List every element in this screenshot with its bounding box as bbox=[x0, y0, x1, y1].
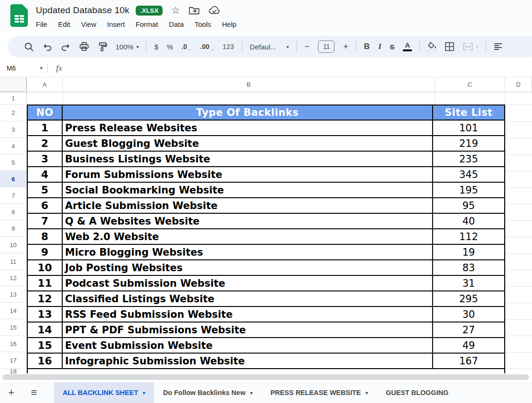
cell-no[interactable]: 14 bbox=[28, 322, 63, 337]
cell-count[interactable]: 345 bbox=[433, 167, 504, 182]
menu-tools[interactable]: Tools bbox=[195, 20, 211, 28]
row-header-2[interactable]: 2 bbox=[0, 105, 27, 121]
chevron-down-icon[interactable]: ▾ bbox=[143, 390, 145, 395]
row-header-14[interactable]: 14 bbox=[0, 303, 27, 319]
sheet-tab-all-backlink-sheet[interactable]: ALL BACKLINK SHEET▾ bbox=[54, 382, 154, 403]
row-header-13[interactable]: 13 bbox=[0, 286, 27, 303]
document-title[interactable]: Updated Database 10k bbox=[36, 5, 129, 16]
row-header-4[interactable]: 4 bbox=[0, 138, 27, 154]
search-icon[interactable] bbox=[24, 42, 34, 52]
column-header-a[interactable]: A bbox=[27, 77, 63, 92]
borders-button[interactable] bbox=[445, 42, 454, 51]
row-header-7[interactable]: 7 bbox=[0, 187, 27, 204]
cell-type[interactable]: Podcast Submission Website bbox=[63, 276, 433, 290]
menu-view[interactable]: View bbox=[81, 20, 96, 28]
cell-type[interactable]: Forum Submissions Website bbox=[63, 167, 433, 182]
cell-count[interactable]: 195 bbox=[433, 183, 504, 197]
move-folder-icon[interactable] bbox=[188, 6, 200, 15]
cell-no[interactable]: 13 bbox=[28, 307, 63, 322]
sheet-tab-guest-blogging[interactable]: GUEST BLOGGING bbox=[377, 382, 458, 403]
menu-data[interactable]: Data bbox=[169, 20, 184, 28]
cell-no[interactable]: 15 bbox=[28, 338, 63, 353]
row-header-12[interactable]: 12 bbox=[0, 270, 27, 286]
cell-no[interactable]: 10 bbox=[28, 260, 63, 275]
font-size-input[interactable]: 11 bbox=[318, 40, 335, 53]
fill-color-button[interactable] bbox=[427, 42, 436, 51]
cell-no[interactable]: 7 bbox=[28, 214, 63, 228]
cell-no[interactable]: 9 bbox=[28, 245, 63, 259]
chevron-down-icon[interactable]: ▾ bbox=[366, 390, 368, 395]
increase-font-size-button[interactable]: + bbox=[343, 41, 348, 52]
redo-icon[interactable] bbox=[61, 42, 71, 51]
menu-format[interactable]: Format bbox=[136, 20, 158, 28]
menu-help[interactable]: Help bbox=[222, 20, 237, 28]
sheets-logo[interactable] bbox=[10, 4, 28, 27]
cell-count[interactable]: 19 bbox=[433, 245, 504, 259]
menu-insert[interactable]: Insert bbox=[107, 20, 125, 28]
cell-no[interactable]: 6 bbox=[28, 198, 63, 213]
strikethrough-button[interactable]: S bbox=[390, 43, 394, 51]
cell-count[interactable]: 235 bbox=[433, 152, 504, 166]
cell-count[interactable]: 295 bbox=[433, 291, 504, 306]
formula-input[interactable] bbox=[62, 59, 532, 77]
row-header-6[interactable]: 6 bbox=[0, 171, 27, 187]
zoom-select[interactable]: 100%▾ bbox=[115, 43, 139, 51]
cell-count[interactable]: 112 bbox=[433, 229, 504, 244]
row-header-5[interactable]: 5 bbox=[0, 154, 27, 171]
sheet-tab-press-release-website[interactable]: PRESS RELEASE WEBSITE▾ bbox=[262, 382, 377, 403]
cell-type[interactable]: Micro Blogging Websites bbox=[63, 245, 433, 259]
percent-format-button[interactable]: % bbox=[167, 43, 173, 51]
cell-type[interactable]: Web 2.0 Website bbox=[63, 229, 433, 244]
row-header-11[interactable]: 11 bbox=[0, 253, 27, 270]
cell-count[interactable]: 31 bbox=[433, 276, 504, 290]
table-header-type[interactable]: Type Of Backlinks bbox=[63, 105, 433, 120]
cell-type[interactable]: Infographic Submission Website bbox=[63, 354, 433, 368]
cell-type[interactable]: Social Bookmarking Website bbox=[63, 183, 433, 197]
row-header-8[interactable]: 8 bbox=[0, 204, 27, 220]
chevron-down-icon[interactable]: ▾ bbox=[250, 390, 253, 395]
cell-count[interactable]: 49 bbox=[433, 338, 504, 353]
font-select[interactable]: Defaul...▾ bbox=[250, 43, 289, 51]
row-header-1[interactable]: 1 bbox=[0, 92, 27, 105]
row-header-9[interactable]: 9 bbox=[0, 220, 27, 237]
number-format-button[interactable]: 123 bbox=[222, 43, 234, 50]
row-header-15[interactable]: 15 bbox=[0, 319, 27, 336]
cell-no[interactable]: 16 bbox=[28, 354, 63, 368]
currency-format-button[interactable]: $ bbox=[154, 43, 158, 51]
horizontal-align-button[interactable] bbox=[494, 43, 502, 50]
text-color-button[interactable]: A bbox=[403, 42, 412, 51]
cell-no[interactable]: 12 bbox=[28, 291, 63, 306]
decrease-font-size-button[interactable]: − bbox=[304, 41, 310, 52]
cell-type[interactable]: PPT & PDF Submissions Website bbox=[63, 322, 433, 337]
cell-type[interactable]: Press Release Websites bbox=[63, 121, 433, 135]
cell-type[interactable]: Job Posting Websites bbox=[63, 260, 433, 275]
column-header-c[interactable]: C bbox=[435, 77, 505, 92]
scrollbar-thumb[interactable] bbox=[2, 374, 529, 380]
row-header-10[interactable]: 10 bbox=[0, 237, 27, 253]
cell-no[interactable]: 3 bbox=[28, 152, 63, 166]
cell-type[interactable]: Classified Listings Website bbox=[63, 291, 433, 306]
sheet-tab-do-follow-backlinks-new[interactable]: Do Follow Backlinks New▾ bbox=[154, 382, 262, 403]
menu-edit[interactable]: Edit bbox=[58, 20, 70, 28]
select-all-corner[interactable] bbox=[0, 77, 27, 92]
print-icon[interactable] bbox=[79, 42, 89, 51]
cell-no[interactable]: 1 bbox=[28, 121, 63, 135]
cell-count[interactable]: 27 bbox=[433, 322, 504, 337]
cell-no[interactable]: 8 bbox=[28, 229, 63, 244]
row-header-16[interactable]: 16 bbox=[0, 336, 27, 352]
cell-count[interactable]: 101 bbox=[433, 121, 504, 135]
increase-decimal-button[interactable]: .00→ bbox=[200, 43, 214, 50]
add-sheet-button[interactable]: + bbox=[0, 382, 23, 403]
name-box[interactable]: M6 ▾ bbox=[0, 64, 47, 72]
cell-count[interactable]: 167 bbox=[433, 354, 504, 368]
paint-format-icon[interactable] bbox=[98, 42, 107, 52]
cell-no[interactable]: 2 bbox=[28, 136, 63, 151]
menu-file[interactable]: File bbox=[36, 20, 47, 28]
decrease-decimal-button[interactable]: .0← bbox=[181, 43, 192, 50]
row-header-17[interactable]: 17 bbox=[0, 352, 27, 369]
column-header-b[interactable]: B bbox=[63, 77, 435, 92]
table-header-no[interactable]: NO bbox=[28, 105, 63, 120]
cell-type[interactable]: Article Submission Website bbox=[63, 198, 433, 213]
cell-type[interactable]: RSS Feed Submission Website bbox=[63, 307, 433, 322]
cell-count[interactable]: 40 bbox=[433, 214, 504, 228]
